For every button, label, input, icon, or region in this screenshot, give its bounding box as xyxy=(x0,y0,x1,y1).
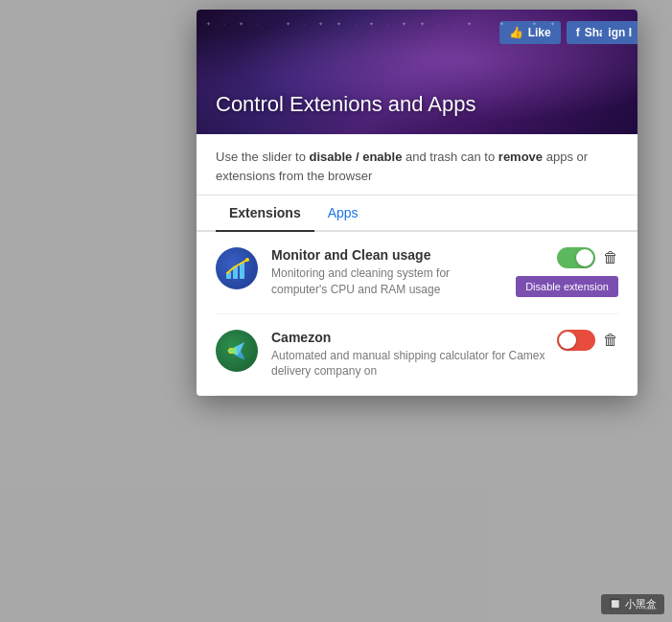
svg-point-3 xyxy=(245,258,249,262)
extension-controls-camezon: 🗑 xyxy=(557,330,618,351)
toggle-knob-camezon xyxy=(559,332,576,349)
extension-desc-camezon: Automated and manual shipping calculator… xyxy=(271,348,547,380)
toggle-camezon[interactable] xyxy=(557,330,595,351)
modal-title: Control Extenions and Apps xyxy=(216,92,476,117)
extension-name-monitor: Monitor and Clean usage xyxy=(271,247,506,263)
modal-header: 👍 Like f Share ign I Control Extenions a… xyxy=(197,10,637,134)
extension-name-camezon: Camezon xyxy=(271,330,547,345)
modal-description: Use the slider to disable / enable and t… xyxy=(197,134,637,196)
tab-apps[interactable]: Apps xyxy=(314,196,372,232)
extension-controls-monitor: 🗑 Disable extension xyxy=(516,247,618,297)
extension-item-monitor: Monitor and Clean usage Monitoring and c… xyxy=(216,232,618,314)
like-button[interactable]: 👍 Like xyxy=(499,21,561,44)
signin-label: ign I xyxy=(608,26,632,39)
extension-icon-monitor xyxy=(216,247,258,289)
disable-extension-tooltip[interactable]: Disable extension xyxy=(516,276,618,297)
watermark: 🔲 小黑盒 xyxy=(601,594,664,614)
extension-info-monitor: Monitor and Clean usage Monitoring and c… xyxy=(271,247,506,298)
extension-desc-monitor: Monitoring and cleaning system for compu… xyxy=(271,265,506,298)
toggle-row-camezon: 🗑 xyxy=(557,330,618,351)
signin-partial-button[interactable]: ign I xyxy=(602,21,637,44)
extension-icon-camezon xyxy=(216,330,258,372)
svg-rect-2 xyxy=(240,263,244,279)
extension-item-camezon: Camezon Automated and manual shipping ca… xyxy=(216,314,618,397)
like-label: Like xyxy=(528,26,551,39)
toggle-row-monitor: 🗑 xyxy=(557,247,618,268)
toggle-monitor[interactable] xyxy=(557,247,595,268)
tab-extensions[interactable]: Extensions xyxy=(216,196,314,232)
toggle-knob-monitor xyxy=(576,249,593,266)
facebook-icon: f xyxy=(576,26,580,39)
extensions-modal: 👍 Like f Share ign I Control Extenions a… xyxy=(197,10,637,396)
tabs-container: Extensions Apps xyxy=(197,196,637,232)
thumbs-up-icon: 👍 xyxy=(509,26,523,39)
trash-icon-monitor[interactable]: 🗑 xyxy=(603,249,618,266)
extension-list: Monitor and Clean usage Monitoring and c… xyxy=(197,232,637,396)
watermark-logo: 🔲 xyxy=(609,598,622,610)
trash-icon-camezon[interactable]: 🗑 xyxy=(603,332,618,349)
extension-info-camezon: Camezon Automated and manual shipping ca… xyxy=(271,330,547,380)
